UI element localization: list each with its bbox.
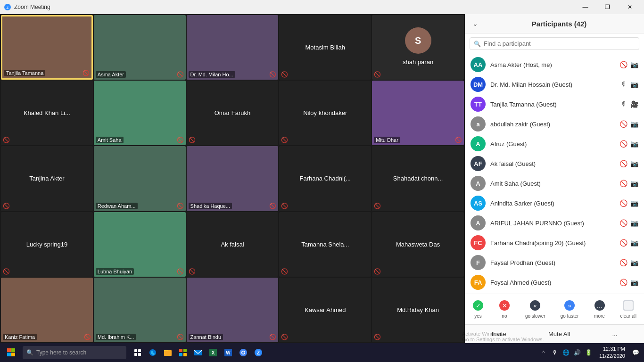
participant-item[interactable]: AARIFUL JAHAN PURNNO (Guest)🚫📷: [465, 213, 644, 233]
participant-avatar: a: [471, 116, 486, 132]
svg-text:✓: ✓: [475, 302, 480, 309]
reaction-button-clear-all[interactable]: clear all: [616, 298, 640, 321]
participant-avatar: FC: [471, 235, 486, 250]
participant-item[interactable]: FFaysal Prodhan (Guest)🚫📷: [465, 253, 644, 272]
participant-name: Amit Saha (Guest): [490, 180, 619, 187]
video-participant-name: Tamanna Shela...: [299, 239, 351, 250]
participant-item[interactable]: AAmit Saha (Guest)🚫📷: [465, 173, 644, 193]
windows-icon: [7, 348, 16, 357]
mic-icon: 🚫: [619, 61, 627, 68]
participant-item[interactable]: TTTanjila Tamanna (Guest)🎙🎥: [465, 94, 644, 114]
show-hidden-icons[interactable]: ^: [539, 348, 548, 357]
svg-rect-17: [11, 353, 15, 356]
mic-icon: 🚫: [619, 180, 627, 187]
battery-icon[interactable]: 🔋: [584, 348, 594, 357]
svg-text:Z: Z: [257, 350, 260, 355]
more-options-button[interactable]: ...: [606, 329, 623, 339]
zoom-taskbar-icon[interactable]: Z: [251, 345, 266, 360]
participant-item[interactable]: DMDr. Md. Milan Hossain (Guest)🎙📷: [465, 74, 644, 94]
video-cell: Md. Ibrahim K...🚫: [94, 278, 186, 342]
mute-indicator: 🚫: [177, 203, 184, 209]
mute-indicator: 🚫: [3, 137, 10, 143]
edge-icon[interactable]: [145, 345, 160, 360]
video-participant-name: Tanjina Akter: [27, 173, 66, 184]
participant-item[interactable]: ASAnindita Sarker (Guest)🚫📷: [465, 193, 644, 213]
video-cell: Mitu Dhar🚫: [372, 81, 464, 145]
participant-controls: 🚫📷: [619, 120, 638, 128]
video-cell: Tanjila Tamanna🚫: [1, 15, 93, 80]
video-cell: Kawsar Ahmed🚫: [279, 278, 371, 342]
search-input[interactable]: [484, 40, 635, 47]
search-box[interactable]: 🔍: [470, 37, 639, 50]
video-cell: Omar Farukh🚫: [187, 81, 279, 145]
mute-indicator: 🚫: [281, 137, 288, 143]
reaction-label: go slower: [525, 313, 545, 319]
reaction-icon: …: [594, 300, 605, 313]
mute-indicator: 🚫: [269, 203, 276, 209]
task-view-button[interactable]: [130, 345, 145, 360]
mute-indicator: 🚫: [189, 137, 196, 143]
video-icon: 📷: [630, 61, 638, 68]
microphone-tray-icon[interactable]: 🎙: [550, 348, 560, 357]
video-icon: 📷: [630, 140, 638, 148]
participant-item[interactable]: AAfruz (Guest)🚫📷: [465, 134, 644, 154]
video-icon: 🎥: [630, 100, 638, 108]
video-participant-name: Redwan Aham...: [96, 203, 138, 209]
close-button[interactable]: ✕: [619, 0, 640, 14]
reaction-button-go-slower[interactable]: «go slower: [521, 298, 549, 321]
participant-controls: 🚫📷: [619, 61, 638, 68]
volume-icon[interactable]: 🔊: [573, 348, 582, 357]
main-area: Tanjila Tamanna🚫Asma Akter🚫Dr. Md. Milan…: [0, 14, 644, 343]
participant-item[interactable]: AFAk faisal (Guest)🚫📷: [465, 154, 644, 173]
title-bar: Z Zoom Meeting — ❐ ✕: [0, 0, 644, 14]
svg-text:✕: ✕: [502, 302, 507, 309]
network-icon[interactable]: 🌐: [561, 348, 571, 357]
video-cell: Farhana Chadni(...🚫: [279, 146, 371, 211]
collapse-panel-button[interactable]: ⌄: [471, 19, 480, 28]
video-participant-name: Shahadat chonn...: [391, 173, 445, 184]
video-cell: Ak faisal🚫: [187, 212, 279, 277]
invite-button[interactable]: Invite: [486, 329, 512, 339]
participant-controls: 🚫📷: [619, 180, 638, 187]
mute-all-button[interactable]: Mute All: [543, 329, 576, 339]
participant-avatar: A: [471, 176, 486, 191]
participant-item[interactable]: FCFarhana Chadni(spring 20) (Guest)🚫📷: [465, 233, 644, 253]
participant-controls: 🚫📷: [619, 219, 638, 227]
excel-icon[interactable]: X: [206, 345, 221, 360]
mute-indicator: 🚫: [281, 334, 288, 340]
system-tray: ^ 🎙 🌐 🔊 🔋 12:31 PM 11/22/2020 💬: [539, 346, 642, 360]
video-cell: Redwan Aham...🚫: [94, 146, 186, 211]
participant-avatar: FA: [471, 275, 486, 290]
reaction-button-no[interactable]: ✕no: [495, 298, 514, 321]
video-cell: Tamanna Shela...🚫: [279, 212, 371, 277]
participant-item[interactable]: aabdullah zakir (Guest)🚫📷: [465, 114, 644, 134]
participant-item[interactable]: FAFoysal Ahmed (Guest)🚫📷: [465, 272, 644, 292]
participant-name: ARIFUL JAHAN PURNNO (Guest): [490, 220, 619, 227]
svg-rect-20: [134, 353, 137, 356]
word-icon[interactable]: W: [221, 345, 236, 360]
taskbar-search[interactable]: 🔍 Type here to search: [23, 346, 126, 359]
participant-name: Faysal Prodhan (Guest): [490, 259, 619, 266]
maximize-button[interactable]: ❐: [597, 0, 618, 14]
notification-icon[interactable]: 💬: [631, 348, 640, 357]
participants-list: AAAsma Akter (Host, me)🚫📷DMDr. Md. Milan…: [465, 54, 644, 294]
start-button[interactable]: [2, 343, 21, 362]
video-cell: Lucky spring19🚫: [1, 212, 93, 277]
svg-rect-14: [7, 348, 11, 352]
reaction-label: more: [594, 313, 605, 319]
reaction-button-go-faster[interactable]: »go faster: [557, 298, 583, 321]
microsoft-store-icon[interactable]: [175, 345, 190, 360]
mute-indicator: 🚫: [3, 203, 10, 209]
taskbar-clock[interactable]: 12:31 PM 11/22/2020: [595, 346, 629, 360]
video-icon: 📷: [630, 219, 638, 227]
participant-avatar: S: [405, 27, 431, 54]
minimize-button[interactable]: —: [575, 0, 596, 14]
file-explorer-icon[interactable]: [160, 345, 175, 360]
chrome-icon[interactable]: [236, 345, 251, 360]
participant-item[interactable]: AAAsma Akter (Host, me)🚫📷: [465, 55, 644, 74]
mail-icon[interactable]: [190, 345, 206, 360]
reaction-button-more[interactable]: …more: [590, 298, 609, 321]
taskbar-search-label: Type here to search: [36, 349, 86, 356]
participant-name: abdullah zakir (Guest): [490, 121, 619, 128]
reaction-button-yes[interactable]: ✓yes: [469, 298, 487, 321]
